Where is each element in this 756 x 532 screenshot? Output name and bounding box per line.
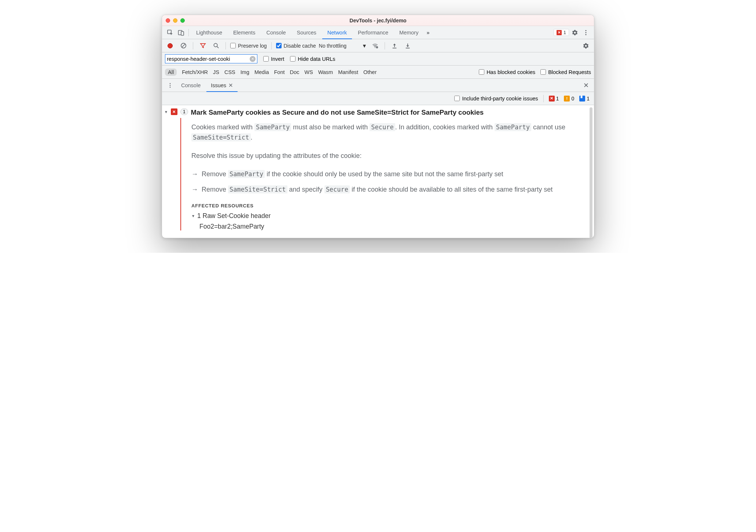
code-secure2: Secure (324, 185, 350, 193)
drawer-subbar: Include third-party cookie issues ✕1 !0 … (162, 92, 594, 105)
scrollbar[interactable] (590, 107, 592, 238)
errors-pill[interactable]: ✕1 (549, 96, 559, 101)
preserve-log-checkbox[interactable]: Preserve log (230, 43, 267, 49)
separator (225, 42, 226, 49)
affected-resource-label: 1 Raw Set-Cookie header (197, 212, 271, 220)
issue-bullets: → Remove SameParty if the cookie should … (191, 169, 587, 195)
drawer-more-icon[interactable] (165, 80, 175, 90)
inspect-element-icon[interactable] (165, 27, 175, 38)
record-button[interactable] (165, 41, 175, 51)
tabs-overflow-button[interactable]: » (424, 26, 432, 39)
blocked-requests-checkbox[interactable]: Blocked Requests (540, 69, 591, 75)
tab-memory[interactable]: Memory (394, 26, 423, 39)
svg-line-7 (182, 44, 185, 47)
issue-header-row[interactable]: ▼ ✕ 1 Mark SameParty cookies as Secure a… (164, 108, 590, 117)
more-menu-icon[interactable] (581, 27, 591, 38)
hide-data-urls-checkbox[interactable]: Hide data URLs (290, 56, 335, 62)
issue-content: Cookies marked with SameParty must also … (180, 118, 590, 230)
tab-performance[interactable]: Performance (353, 26, 393, 39)
blocked-requests-label: Blocked Requests (548, 69, 591, 75)
cat-ws[interactable]: WS (304, 69, 313, 75)
svg-point-15 (170, 85, 171, 86)
cat-wasm[interactable]: Wasm (318, 69, 333, 75)
filter-icon[interactable] (198, 41, 208, 51)
main-tab-strip: Lighthouse Elements Console Sources Netw… (162, 26, 594, 39)
error-icon: ✕ (549, 96, 555, 101)
download-har-icon[interactable] (403, 41, 413, 51)
errors-count: 1 (556, 96, 559, 101)
preserve-log-input[interactable] (230, 43, 236, 48)
cat-js[interactable]: JS (213, 69, 219, 75)
affected-resource-row[interactable]: ▼ 1 Raw Set-Cookie header (191, 212, 587, 220)
cat-manifest[interactable]: Manifest (338, 69, 358, 75)
network-toolbar: Preserve log Disable cache No throttling… (162, 39, 594, 52)
blocked-requests-input[interactable] (540, 69, 546, 75)
network-settings-icon[interactable] (581, 41, 591, 51)
search-icon[interactable] (211, 41, 221, 51)
info-pill[interactable]: ▘1 (579, 96, 590, 101)
error-count-badge[interactable]: ✕ 1 (554, 29, 569, 36)
upload-har-icon[interactable] (389, 41, 400, 51)
tab-lighthouse[interactable]: Lighthouse (191, 26, 227, 39)
has-blocked-cookies-checkbox[interactable]: Has blocked cookies (479, 69, 535, 75)
clear-button[interactable] (178, 41, 188, 51)
svg-point-5 (585, 34, 586, 35)
window-title: DevTools - jec.fyi/demo (162, 18, 594, 23)
tab-sources[interactable]: Sources (292, 26, 322, 39)
cat-font[interactable]: Font (274, 69, 285, 75)
svg-line-9 (217, 47, 218, 48)
disable-cache-checkbox[interactable]: Disable cache (276, 43, 316, 49)
filter-input[interactable] (167, 56, 250, 62)
bullet-2: → Remove SameSite=Strict and specify Sec… (191, 185, 587, 195)
invert-checkbox[interactable]: Invert (263, 56, 284, 62)
separator (193, 42, 193, 49)
cat-fetchxhr[interactable]: Fetch/XHR (182, 69, 208, 75)
cat-media[interactable]: Media (254, 69, 269, 75)
device-toolbar-icon[interactable] (176, 27, 186, 38)
arrow-icon: → (191, 169, 198, 180)
include-third-party-checkbox[interactable]: Include third-party cookie issues (454, 96, 538, 101)
filter-input-wrap[interactable]: ✕ (165, 54, 257, 63)
warnings-pill[interactable]: !0 (564, 96, 574, 101)
separator (188, 29, 189, 36)
cat-css[interactable]: CSS (224, 69, 235, 75)
disable-cache-input[interactable] (276, 43, 282, 48)
tab-elements[interactable]: Elements (228, 26, 260, 39)
cat-img[interactable]: Img (241, 69, 249, 75)
network-conditions-icon[interactable] (370, 41, 380, 51)
expand-triangle-icon[interactable]: ▼ (164, 110, 168, 114)
bullet-1: → Remove SameParty if the cookie should … (191, 169, 587, 180)
filter-categories: All Fetch/XHR JS CSS Img Media Font Doc … (162, 66, 594, 79)
preserve-log-label: Preserve log (238, 43, 267, 49)
issue-title: Mark SameParty cookies as Secure and do … (191, 108, 484, 117)
drawer-close-icon[interactable]: ✕ (581, 80, 591, 90)
tab-console[interactable]: Console (261, 26, 291, 39)
include-third-party-input[interactable] (454, 96, 460, 101)
has-blocked-cookies-label: Has blocked cookies (487, 69, 535, 75)
issue-paragraph-1: Cookies marked with SameParty must also … (191, 122, 587, 143)
include-third-party-label: Include third-party cookie issues (462, 96, 538, 101)
drawer-tab-strip: Console Issues ✕ ✕ (162, 79, 594, 92)
expand-triangle-icon[interactable]: ▼ (191, 214, 195, 218)
throttling-dropdown[interactable]: No throttling ▼ (319, 43, 367, 49)
drawer-tab-console[interactable]: Console (177, 79, 205, 92)
issue-count-badge: 1 (180, 108, 188, 115)
cat-all[interactable]: All (165, 69, 177, 76)
settings-icon[interactable] (570, 27, 580, 38)
drawer-tab-issues[interactable]: Issues ✕ (206, 79, 238, 92)
clear-filter-icon[interactable]: ✕ (250, 56, 256, 62)
cat-other[interactable]: Other (363, 69, 377, 75)
hide-data-urls-input[interactable] (290, 56, 296, 62)
invert-input[interactable] (263, 56, 269, 62)
has-blocked-cookies-input[interactable] (479, 69, 484, 75)
cookie-value: Foo2=bar2;SameParty (199, 223, 587, 230)
tab-network[interactable]: Network (322, 26, 352, 39)
affected-resources-heading: AFFECTED RESOURCES (191, 203, 587, 208)
svg-point-4 (585, 32, 586, 33)
devtools-window: DevTools - jec.fyi/demo Lighthouse Eleme… (162, 15, 594, 238)
close-icon[interactable]: ✕ (228, 82, 233, 89)
svg-point-8 (214, 43, 217, 47)
svg-point-3 (585, 30, 586, 31)
cat-doc[interactable]: Doc (290, 69, 299, 75)
warning-icon: ! (564, 96, 570, 101)
